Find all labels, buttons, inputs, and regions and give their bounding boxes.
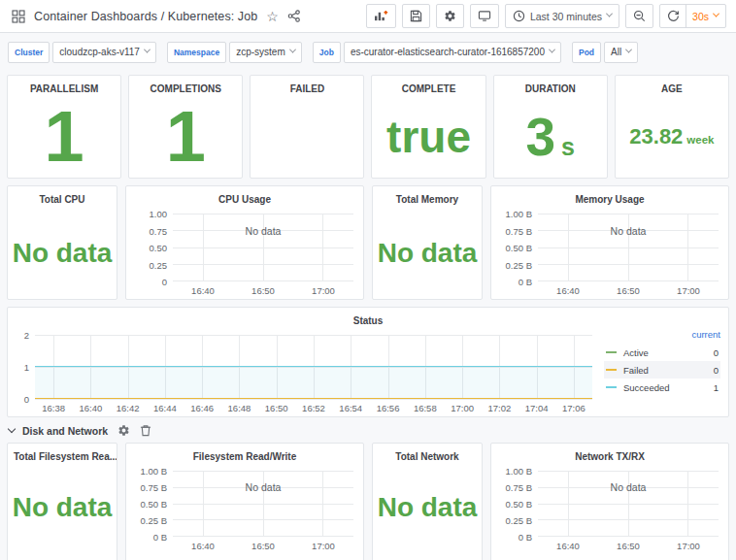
cluster-select[interactable]: cloudzcp-aks-v117 [52, 42, 156, 63]
panel-title[interactable]: DURATION [494, 76, 607, 97]
job-select[interactable]: es-curator-elasticsearch-curator-1616857… [344, 42, 561, 63]
panel-status: Status 2 1 0 16:3816:4016:4216:4416:4616… [7, 307, 729, 417]
chevron-down-icon [625, 47, 632, 53]
x-tick: 16:40 [191, 285, 215, 296]
dashboard-settings-button[interactable] [436, 4, 464, 28]
time-range-label: Last 30 minutes [530, 11, 602, 22]
succeeded-line [35, 366, 592, 367]
legend-row-failed[interactable]: Failed 0 [604, 361, 720, 379]
disk-network-row: Total Filesystem Rea... No data Filesyst… [7, 443, 729, 560]
chevron-down-icon [289, 47, 296, 53]
y-tick: 0 B [153, 532, 167, 543]
cluster-label: Cluster [8, 42, 50, 63]
filter-job: Job es-curator-elasticsearch-curator-161… [313, 42, 561, 63]
panel-title[interactable]: Total CPU [8, 186, 117, 208]
panel-title[interactable]: Total Filesystem Rea... [8, 444, 117, 465]
x-tick: 16:50 [617, 541, 640, 551]
dashboard-header: Container Dashboards / Kubernetes: Job ☆ [0, 0, 736, 33]
panel-title[interactable]: Total Network [373, 444, 482, 465]
active-swatch [606, 351, 617, 353]
collapse-chevron-icon [8, 425, 16, 433]
chevron-down-icon [144, 47, 151, 53]
job-label: Job [313, 42, 341, 63]
stat-value: 1 [45, 107, 84, 168]
panel-title[interactable]: AGE [616, 76, 728, 97]
panel-title[interactable]: Filesystem Read/Write [126, 444, 363, 465]
y-tick: 0 B [519, 532, 532, 543]
no-data-text: No data [246, 481, 282, 493]
x-tick: 16:40 [191, 541, 215, 551]
legend-row-succeeded[interactable]: Succeeded 1 [604, 379, 720, 396]
y-tick: 0.25 B [506, 259, 532, 270]
x-tick: 16:50 [617, 285, 640, 296]
panel-title[interactable]: CPU Usage [126, 186, 363, 208]
refresh-interval[interactable]: 30s [692, 11, 709, 22]
panel-failed: FAILED [250, 75, 364, 179]
namespace-select[interactable]: zcp-system [229, 42, 302, 63]
x-tick: 16:44 [153, 403, 177, 413]
no-data-text: No data [611, 225, 647, 237]
panel-title[interactable]: FAILED [251, 76, 363, 97]
y-tick: 1.00 B [506, 466, 532, 477]
no-data-text: No data [378, 238, 478, 269]
panel-total-filesystem: Total Filesystem Rea... No data [7, 443, 117, 560]
panel-title[interactable]: Memory Usage [491, 186, 728, 208]
panel-title[interactable]: Network TX/RX [491, 444, 728, 465]
star-icon[interactable]: ☆ [266, 10, 279, 23]
refresh-group[interactable]: 30s [659, 4, 726, 28]
cpu-memory-row: Total CPU No data CPU Usage 1.00 0.75 0.… [7, 185, 729, 300]
x-tick: 16:50 [251, 285, 275, 296]
memory-usage-chart: 1.00 B 0.75 B 0.50 B 0.25 B 0 B 16:40 16… [495, 211, 720, 297]
chevron-down-icon [713, 11, 719, 17]
row-disk-and-network[interactable]: Disk and Network [9, 423, 727, 438]
panel-title[interactable]: PARALLELISM [8, 76, 120, 97]
y-tick: 0.50 [150, 243, 168, 253]
panel-title[interactable]: Status [8, 308, 728, 329]
panel-title[interactable]: COMPLETE [372, 76, 485, 97]
x-tick: 16:50 [265, 403, 288, 413]
row-settings-gear-icon[interactable] [117, 424, 130, 437]
y-tick: 1.00 B [506, 209, 532, 219]
panel-completions: COMPLETIONS 1 [128, 75, 243, 179]
x-tick: 16:48 [228, 403, 251, 413]
namespace-label: Namespace [167, 42, 226, 63]
cycle-view-button[interactable] [470, 4, 499, 28]
time-range-picker[interactable]: Last 30 minutes [505, 4, 619, 28]
panel-total-cpu: Total CPU No data [7, 185, 117, 300]
legend-header[interactable]: current [604, 329, 720, 340]
breadcrumb[interactable]: Container Dashboards / Kubernetes: Job [34, 10, 257, 23]
dashboard-grid-icon[interactable] [12, 10, 25, 23]
y-tick: 2 [24, 330, 29, 341]
panel-total-memory: Total Memory No data [372, 185, 483, 300]
panel-title[interactable]: COMPLETIONS [129, 76, 242, 97]
filter-cluster: Cluster cloudzcp-aks-v117 [8, 42, 156, 63]
panel-age: AGE 23.82week [615, 75, 729, 179]
stat-unit: s [561, 137, 575, 157]
add-panel-button[interactable] [366, 4, 396, 28]
pod-label: Pod [572, 42, 601, 63]
y-tick: 0.50 B [141, 499, 167, 510]
stat-value: 23.82 [629, 128, 683, 147]
failed-line [35, 398, 592, 399]
row-title[interactable]: Disk and Network [22, 425, 108, 437]
stats-row: PARALLELISM 1 COMPLETIONS 1 FAILED COMPL… [7, 75, 729, 179]
row-delete-trash-icon[interactable] [140, 424, 151, 437]
y-tick: 1 [24, 362, 29, 373]
x-tick: 16:46 [190, 403, 214, 413]
x-tick: 16:40 [556, 541, 580, 551]
y-tick: 0.75 [150, 225, 168, 236]
zoom-out-button[interactable] [625, 4, 653, 28]
x-tick: 16:40 [79, 403, 102, 413]
no-data-text: No data [611, 481, 647, 493]
stat-value: 1 [166, 107, 206, 168]
x-tick: 17:00 [677, 285, 700, 296]
panel-cpu-usage: CPU Usage 1.00 0.75 0.50 0.25 0 16:40 16… [125, 185, 364, 300]
panel-title[interactable]: Total Memory [373, 186, 482, 208]
share-icon[interactable] [287, 10, 301, 22]
pod-select[interactable]: All [604, 42, 638, 63]
refresh-icon[interactable] [667, 10, 680, 22]
legend-row-active[interactable]: Active 0 [604, 344, 720, 361]
y-tick: 0 [24, 394, 29, 405]
save-dashboard-button[interactable] [402, 4, 430, 28]
y-tick: 0 [162, 277, 167, 287]
